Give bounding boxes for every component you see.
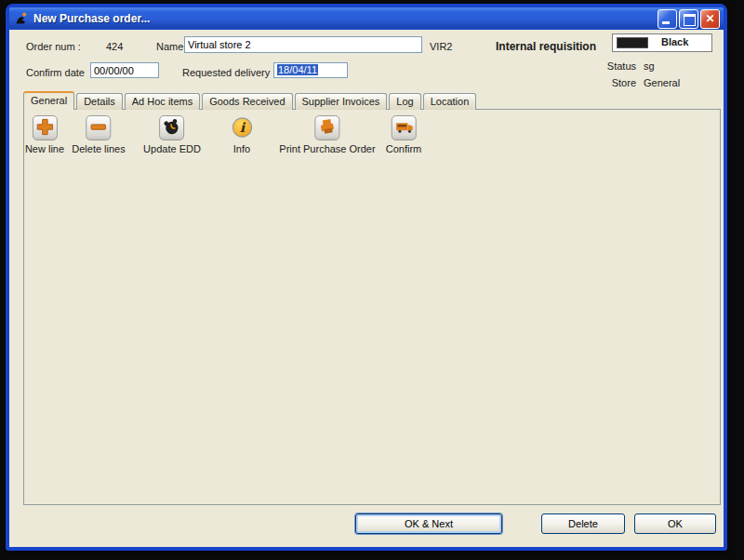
app-icon [14,11,29,26]
info-icon: i [231,116,253,140]
confirm-date-label: Confirm date [26,67,85,78]
color-swatch [617,37,648,48]
confirm-date-input[interactable] [90,62,159,78]
name-input[interactable] [184,36,422,53]
alarm-clock-icon [161,116,182,140]
ok-button[interactable]: OK [634,513,716,534]
color-name: Black [661,36,688,47]
print-purchase-order-button[interactable]: Print Purchase Order [279,115,375,154]
info-button[interactable]: i Info [230,115,255,154]
status-value: sg [644,60,655,72]
status-label: Status [593,60,636,72]
minus-icon [87,116,109,140]
tab-general[interactable]: General [23,91,74,110]
tab-bar: General Details Ad Hoc items Goods Recei… [23,91,476,110]
close-button[interactable] [700,9,720,29]
order-num-label: Order num : [26,41,81,52]
color-dropdown[interactable]: Black [612,33,712,52]
internal-requisition-label: Internal requisition [496,40,596,53]
requested-delivery-value: 18/04/11 [277,64,318,75]
truck-icon [392,116,414,140]
delete-button[interactable]: Delete [541,513,625,534]
plus-icon [34,116,56,140]
tab-ad-hoc-items[interactable]: Ad Hoc items [125,93,200,110]
tab-location[interactable]: Location [423,93,477,110]
store-label: Store [593,77,636,88]
desktop-background: { "window": { "title": "New Purchase ord… [0,0,744,560]
purchase-order-window: New Purchase order... Order num : 424 Na… [6,4,727,551]
tab-log[interactable]: Log [389,93,420,110]
minimize-button[interactable] [658,9,677,29]
tab-details[interactable]: Details [76,93,123,110]
tab-panel [23,109,721,505]
requested-delivery-label: Requested delivery [182,67,270,78]
window-titlebar[interactable]: New Purchase order... [9,7,724,30]
order-num-value: 424 [106,41,123,52]
confirm-button[interactable]: Confirm [386,115,422,154]
printer-icon [316,116,338,140]
ok-next-button[interactable]: OK & Next [355,513,502,534]
tab-supplier-invoices[interactable]: Supplier Invoices [295,93,388,110]
name-label: Name [156,41,183,52]
requested-delivery-input[interactable]: 18/04/11 [273,62,348,78]
tab-goods-received[interactable]: Goods Received [202,93,292,110]
name-code: VIR2 [430,41,452,52]
new-line-button[interactable]: New line [25,115,64,154]
delete-lines-button[interactable]: Delete lines [72,115,125,154]
update-edd-button[interactable]: Update EDD [143,115,201,154]
store-value: General [644,77,680,88]
window-title: New Purchase order... [33,12,658,25]
maximize-button[interactable] [679,9,698,29]
